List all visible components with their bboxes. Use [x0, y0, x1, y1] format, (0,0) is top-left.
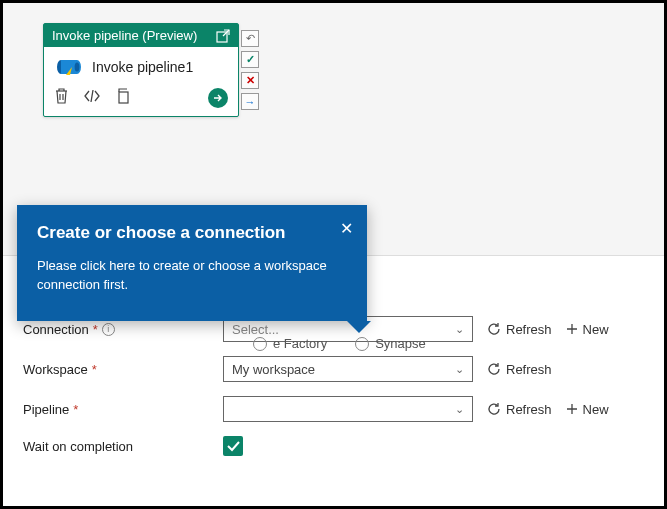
- run-button[interactable]: [208, 88, 228, 108]
- required-mark: *: [93, 322, 98, 337]
- code-icon[interactable]: [83, 89, 101, 107]
- radio-circle-icon: [253, 337, 267, 351]
- undo-icon[interactable]: ↶: [241, 30, 259, 47]
- pipeline-select[interactable]: ⌄: [223, 396, 473, 422]
- workspace-refresh-button[interactable]: Refresh: [487, 362, 552, 377]
- label-workspace: Workspace *: [23, 362, 223, 377]
- radio-circle-icon: [355, 337, 369, 351]
- connection-select-value: Select...: [232, 322, 279, 337]
- canvas-side-toolbar: ↶ ✓ ✕ →: [241, 30, 259, 110]
- copy-icon[interactable]: [115, 88, 130, 108]
- pipeline-refresh-button[interactable]: Refresh: [487, 402, 552, 417]
- workspace-select-value: My workspace: [232, 362, 315, 377]
- skip-status-icon[interactable]: →: [241, 93, 259, 110]
- activity-card[interactable]: Invoke pipeline (Preview): [43, 23, 239, 117]
- error-status-icon[interactable]: ✕: [241, 72, 259, 89]
- info-icon[interactable]: i: [102, 323, 115, 336]
- chevron-down-icon: ⌄: [455, 323, 464, 336]
- chevron-down-icon: ⌄: [455, 363, 464, 376]
- pipeline-new-button[interactable]: New: [566, 402, 609, 417]
- svg-rect-5: [119, 92, 128, 103]
- label-wait: Wait on completion: [23, 439, 223, 454]
- pipeline-icon: [56, 57, 82, 77]
- activity-toolbar: [44, 83, 238, 116]
- target-type-radio-group: e Factory Synapse: [253, 336, 426, 351]
- radio-synapse-label: Synapse: [375, 336, 426, 351]
- activity-header-title: Invoke pipeline (Preview): [52, 28, 197, 43]
- radio-factory-label: e Factory: [273, 336, 327, 351]
- required-mark: *: [73, 402, 78, 417]
- connection-refresh-button[interactable]: Refresh: [487, 322, 552, 337]
- radio-data-factory[interactable]: e Factory: [253, 336, 327, 351]
- workspace-select[interactable]: My workspace ⌄: [223, 356, 473, 382]
- radio-synapse[interactable]: Synapse: [355, 336, 426, 351]
- success-status-icon[interactable]: ✓: [241, 51, 259, 68]
- activity-body: Invoke pipeline1: [44, 47, 238, 83]
- connection-new-button[interactable]: New: [566, 322, 609, 337]
- callout-body: Please click here to create or choose a …: [37, 257, 347, 295]
- svg-point-4: [75, 63, 80, 72]
- activity-name: Invoke pipeline1: [92, 59, 193, 75]
- row-wait-on-completion: Wait on completion: [23, 436, 644, 456]
- teaching-callout: ✕ Create or choose a connection Please c…: [17, 205, 367, 321]
- chevron-down-icon: ⌄: [455, 403, 464, 416]
- open-external-icon[interactable]: [216, 29, 230, 43]
- required-mark: *: [92, 362, 97, 377]
- wait-checkbox[interactable]: [223, 436, 243, 456]
- app-frame: Invoke pipeline (Preview): [0, 0, 667, 509]
- callout-close-icon[interactable]: ✕: [340, 219, 353, 238]
- label-connection: Connection * i: [23, 322, 223, 337]
- row-workspace: Workspace * My workspace ⌄ Refresh: [23, 356, 644, 382]
- activity-header: Invoke pipeline (Preview): [44, 24, 238, 47]
- callout-title: Create or choose a connection: [37, 223, 347, 243]
- label-pipeline: Pipeline *: [23, 402, 223, 417]
- row-pipeline: Pipeline * ⌄ Refresh New: [23, 396, 644, 422]
- delete-icon[interactable]: [54, 87, 69, 108]
